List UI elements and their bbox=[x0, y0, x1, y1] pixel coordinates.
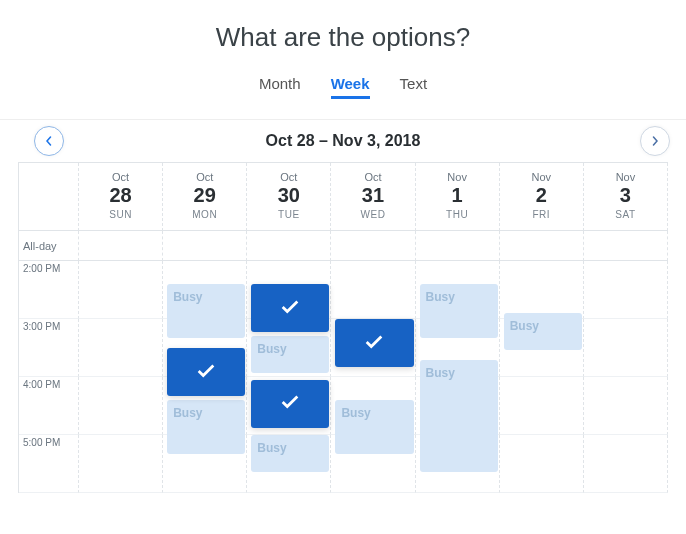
next-week-button[interactable] bbox=[640, 126, 670, 156]
day-date: 29 bbox=[165, 183, 244, 207]
check-icon bbox=[279, 296, 301, 321]
check-icon bbox=[363, 331, 385, 356]
day-column-tue[interactable]: BusyBusy bbox=[247, 261, 331, 493]
time-column: 2:00 PM 3:00 PM 4:00 PM 5:00 PM bbox=[19, 261, 79, 493]
busy-event[interactable]: Busy bbox=[504, 313, 582, 350]
day-header-thu[interactable]: Nov 1 THU bbox=[416, 163, 500, 231]
day-month: Nov bbox=[586, 171, 665, 183]
selected-slot[interactable] bbox=[251, 380, 329, 428]
allday-label: All-day bbox=[19, 231, 79, 261]
time-label: 2:00 PM bbox=[19, 261, 79, 319]
day-dow: SAT bbox=[586, 209, 665, 220]
time-label: 3:00 PM bbox=[19, 319, 79, 377]
allday-cell[interactable] bbox=[500, 231, 584, 261]
day-dow: SUN bbox=[81, 209, 160, 220]
day-date: 30 bbox=[249, 183, 328, 207]
busy-event[interactable]: Busy bbox=[335, 400, 413, 454]
selected-slot[interactable] bbox=[167, 348, 245, 396]
day-dow: THU bbox=[418, 209, 497, 220]
busy-event[interactable]: Busy bbox=[167, 284, 245, 338]
day-month: Nov bbox=[418, 171, 497, 183]
day-dow: WED bbox=[333, 209, 412, 220]
time-col-header bbox=[19, 163, 79, 231]
busy-event[interactable]: Busy bbox=[420, 360, 498, 472]
day-header-sun[interactable]: Oct 28 SUN bbox=[79, 163, 163, 231]
check-icon bbox=[279, 391, 301, 416]
allday-cell[interactable] bbox=[584, 231, 668, 261]
grid-body: 2:00 PM 3:00 PM 4:00 PM 5:00 PM BusyBusy… bbox=[19, 261, 668, 493]
busy-event[interactable]: Busy bbox=[167, 400, 245, 454]
busy-event[interactable]: Busy bbox=[420, 284, 498, 338]
allday-row: All-day bbox=[19, 231, 668, 261]
allday-cell[interactable] bbox=[331, 231, 415, 261]
day-dow: FRI bbox=[502, 209, 581, 220]
time-label: 5:00 PM bbox=[19, 435, 79, 493]
tab-month[interactable]: Month bbox=[259, 75, 301, 99]
day-header-row: Oct 28 SUN Oct 29 MON Oct 30 TUE Oct 31 … bbox=[19, 163, 668, 231]
day-dow: MON bbox=[165, 209, 244, 220]
day-column-sun[interactable] bbox=[79, 261, 163, 493]
day-month: Oct bbox=[333, 171, 412, 183]
day-header-tue[interactable]: Oct 30 TUE bbox=[247, 163, 331, 231]
check-icon bbox=[195, 360, 217, 385]
day-month: Oct bbox=[249, 171, 328, 183]
day-dow: TUE bbox=[249, 209, 328, 220]
date-nav: Oct 28 – Nov 3, 2018 bbox=[0, 119, 686, 162]
prev-week-button[interactable] bbox=[34, 126, 64, 156]
allday-cell[interactable] bbox=[79, 231, 163, 261]
day-header-wed[interactable]: Oct 31 WED bbox=[331, 163, 415, 231]
busy-event[interactable]: Busy bbox=[251, 336, 329, 373]
day-column-mon[interactable]: BusyBusy bbox=[163, 261, 247, 493]
date-range-label: Oct 28 – Nov 3, 2018 bbox=[0, 119, 686, 162]
day-month: Nov bbox=[502, 171, 581, 183]
allday-cell[interactable] bbox=[247, 231, 331, 261]
selected-slot[interactable] bbox=[251, 284, 329, 332]
day-header-fri[interactable]: Nov 2 FRI bbox=[500, 163, 584, 231]
time-label: 4:00 PM bbox=[19, 377, 79, 435]
busy-event[interactable]: Busy bbox=[251, 435, 329, 472]
day-column-thu[interactable]: BusyBusy bbox=[416, 261, 500, 493]
day-month: Oct bbox=[81, 171, 160, 183]
tab-text[interactable]: Text bbox=[400, 75, 428, 99]
day-header-mon[interactable]: Oct 29 MON bbox=[163, 163, 247, 231]
day-date: 1 bbox=[418, 183, 497, 207]
day-header-sat[interactable]: Nov 3 SAT bbox=[584, 163, 668, 231]
day-month: Oct bbox=[165, 171, 244, 183]
tab-week[interactable]: Week bbox=[331, 75, 370, 99]
day-date: 28 bbox=[81, 183, 160, 207]
day-date: 3 bbox=[586, 183, 665, 207]
chevron-right-icon bbox=[650, 132, 660, 150]
allday-cell[interactable] bbox=[163, 231, 247, 261]
chevron-left-icon bbox=[44, 132, 54, 150]
allday-cell[interactable] bbox=[416, 231, 500, 261]
day-date: 2 bbox=[502, 183, 581, 207]
day-column-fri[interactable]: Busy bbox=[500, 261, 584, 493]
day-column-wed[interactable]: Busy bbox=[331, 261, 415, 493]
selected-slot[interactable] bbox=[335, 319, 413, 367]
week-calendar: Oct 28 SUN Oct 29 MON Oct 30 TUE Oct 31 … bbox=[18, 162, 668, 493]
day-date: 31 bbox=[333, 183, 412, 207]
page-title: What are the options? bbox=[0, 0, 686, 53]
day-column-sat[interactable] bbox=[584, 261, 668, 493]
view-tabs: Month Week Text bbox=[0, 75, 686, 99]
